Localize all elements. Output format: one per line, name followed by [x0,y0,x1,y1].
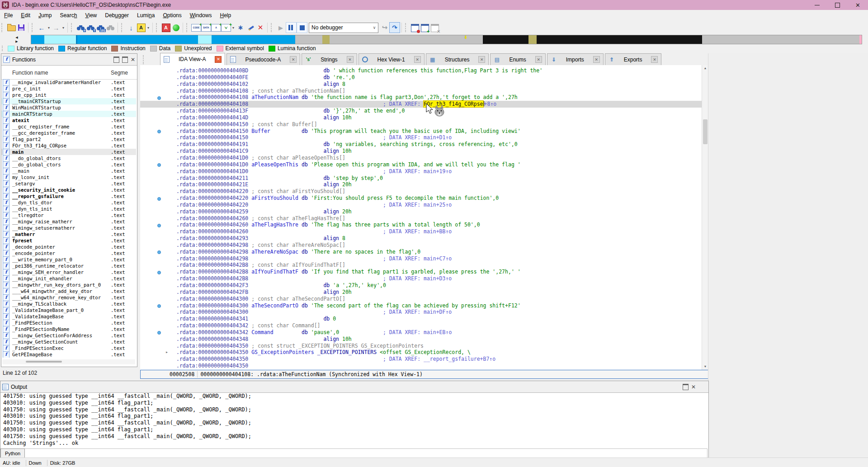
forward-history-dropdown[interactable]: ▾ [61,23,66,33]
ascii-toggle-icon[interactable]: A [161,23,171,33]
function-row[interactable]: f_matherr.text [1,231,136,237]
search-byte-sequence-icon[interactable]: 101 [96,23,106,33]
disasm-line[interactable]: .rdata:0000000000404341 db 0 [140,316,702,322]
tab-close-icon[interactable]: ✕ [290,56,297,63]
function-row[interactable]: f__mingw_GetSectionForAddress.text [1,332,136,339]
function-row[interactable]: f_ValidateImageBase_part_0.text [1,307,136,313]
disasm-line[interactable]: .rdata:0000000000404350 ; const struct _… [140,343,702,349]
make-data-icon[interactable]: DATA+ [201,23,211,33]
disasm-line[interactable]: .rdata:0000000000404342 ; const char Com… [140,322,702,329]
make-code-icon[interactable]: CODE+ [191,23,201,33]
debugger-stop-icon[interactable] [297,22,307,33]
function-row[interactable]: fWinMainCRTStartup.text [1,104,136,111]
disasm-line[interactable]: .rdata:0000000000404298 ; const char aTh… [140,242,702,249]
tab-close-icon[interactable]: ✕ [414,56,421,63]
dock-drag-handle[interactable] [143,55,147,64]
output-log[interactable]: 401750: using guessed type __int64 __fas… [3,393,251,446]
tab-ida-view-a[interactable]: IDA View-A✕ [160,53,225,65]
functions-float-icon[interactable] [122,57,128,63]
disasm-line[interactable]: .rdata:0000000000404259 align 20h [140,208,702,215]
navigate-back-icon[interactable]: ← [37,23,47,33]
column-segment[interactable]: Segme [111,70,128,76]
function-row[interactable]: f__tmainCRTStartup.text [1,98,136,104]
make-string-icon[interactable]: 's'+ [221,23,231,33]
disasm-line[interactable]: .rdata:0000000000404102 align 8 [140,81,702,88]
names-window-icon[interactable]: A [136,23,146,33]
menu-search[interactable]: Search [56,11,81,20]
close-window-icon[interactable]: ✕ [430,23,440,33]
disasm-line[interactable]: .rdata:00000000004040BD db ' which funct… [140,67,702,74]
disasm-line[interactable]: .rdata:00000000004041D0 ; DATA XREF: mai… [140,168,702,175]
disasm-line[interactable]: .rdata:0000000000404293 align 8 [140,235,702,242]
function-row[interactable]: fpre_c_init.text [1,85,136,92]
scroll-up-arrow[interactable]: ▲ [702,65,708,71]
disasm-line[interactable]: .rdata:0000000000404300 ; const char aTh… [140,296,702,302]
run-until-return-icon[interactable]: ↷ [390,23,400,33]
output-restore-icon[interactable] [683,384,689,390]
menu-help[interactable]: Help [216,11,235,20]
function-row[interactable]: f__mingw_init_ehandler.text [1,275,136,282]
scroll-thumb[interactable] [703,119,708,144]
output-close-icon[interactable]: ✕ [691,385,696,389]
search-text-icon[interactable]: T [86,23,96,33]
function-row[interactable]: f__tlregdtor.text [1,212,136,218]
back-history-dropdown[interactable]: ▾ [47,23,51,33]
menu-file[interactable]: File [0,11,17,20]
legend-drag-handle[interactable] [2,46,5,51]
maximize-button[interactable] [827,0,848,10]
function-row[interactable]: f__gcc_deregister_frame.text [1,130,136,136]
disasm-line[interactable]: .rdata:0000000000404350 [140,363,702,369]
highlighted-identifier[interactable]: FOr_th3_f14g_CORpse [424,101,483,107]
disassembly-vscrollbar[interactable]: ▲ ▼ [702,65,708,370]
function-row[interactable]: fmy_lconv_init.text [1,174,136,180]
tab-enums[interactable]: ▤Enums✕ [490,53,545,65]
disasm-line[interactable]: .rdata:0000000000404108 ; const char aTh… [140,88,702,94]
new-window-icon[interactable]: + [420,23,430,33]
disasm-line[interactable]: .rdata:000000000040421E align 20h [140,181,702,188]
disasm-line[interactable]: .rdata:0000000000404350 ; DATA XREF: __r… [140,356,702,363]
close-button[interactable]: ✕ [848,0,868,10]
disasm-line[interactable]: .rdata:00000000004042F3 db 'a ',27h,' ke… [140,282,702,289]
disasm-line[interactable]: .rdata:0000000000404298 ; DATA XREF: mai… [140,255,702,262]
disasm-line[interactable]: .rdata:0000000000404150 ; DATA XREF: mai… [140,134,702,141]
tab-close-icon[interactable]: ✕ [215,56,222,63]
menu-edit[interactable]: Edit [17,11,34,20]
disasm-line[interactable]: .rdata:0000000000404191 db 'ng variables… [140,141,702,148]
debugger-start-icon[interactable]: ▶ [276,23,286,33]
navigate-forward-icon[interactable]: → [51,23,61,33]
tab-close-icon[interactable]: ✕ [347,56,354,63]
function-row[interactable]: fmainCRTStartup.text [1,111,136,117]
menu-jump[interactable]: Jump [34,11,56,20]
menu-debugger[interactable]: Debugger [101,11,133,20]
disasm-line[interactable]: .rdata:0000000000404211 db 'step by step… [140,175,702,182]
disasm-line[interactable]: .rdata:000000000040414D align 10h [140,114,702,121]
disasm-line[interactable]: .rdata:00000000004041C9 align 10h [140,148,702,155]
disasm-line[interactable]: .rdata:0000000000404220 ; const char aFi… [140,188,702,195]
tab-structures[interactable]: ▦Structures✕ [426,53,489,65]
function-row[interactable]: fFOr_th3_f14g_CORpse.text [1,142,136,149]
function-row[interactable]: f__gcc_register_frame.text [1,123,136,130]
disasm-line[interactable]: .rdata:0000000000404298 aThereAreNoSpac … [140,249,702,255]
names-dropdown[interactable]: ▾ [146,23,151,33]
function-row[interactable]: f_encode_pointer.text [1,250,136,256]
disasm-line[interactable]: .rdata:00000000004042B8 ; DATA XREF: mai… [140,275,702,282]
make-name-icon[interactable]: A+ [211,23,221,33]
functions-panel-titlebar[interactable]: f Functions ✕ [1,54,137,66]
cli-selector-button[interactable]: Python [0,448,25,458]
disasm-line[interactable]: .rdata:000000000040413F db '}',27h,' at … [140,108,702,114]
disasm-line[interactable]: .rdata:0000000000404300 ; DATA XREF: mai… [140,309,702,316]
function-row[interactable]: f__mingw_TLScallback.text [1,301,136,307]
collapse-arrow-icon[interactable]: ▸ [165,349,168,356]
menu-view[interactable]: View [81,11,101,20]
function-row[interactable]: f__mingw_GetSectionCount.text [1,339,136,345]
disasm-line[interactable]: .rdata:00000000004042FB align 20h [140,289,702,296]
step-into-icon[interactable]: ↪ [380,23,390,33]
search-immediate-value-icon[interactable]: # [76,23,86,33]
disasm-line[interactable]: .rdata:00000000004041D0 aPleaseOpenThis … [140,161,702,168]
lumina-icon[interactable] [171,23,181,33]
functions-restore-icon[interactable] [113,57,119,63]
debugger-pause-icon[interactable] [286,22,297,33]
disasm-line[interactable]: .rdata:0000000000404220 aFirstYouShould … [140,195,702,202]
navigation-band[interactable]: ⬇ [31,35,862,44]
disasm-line[interactable]: .rdata:0000000000404150 Buffer db 'This … [140,128,702,135]
